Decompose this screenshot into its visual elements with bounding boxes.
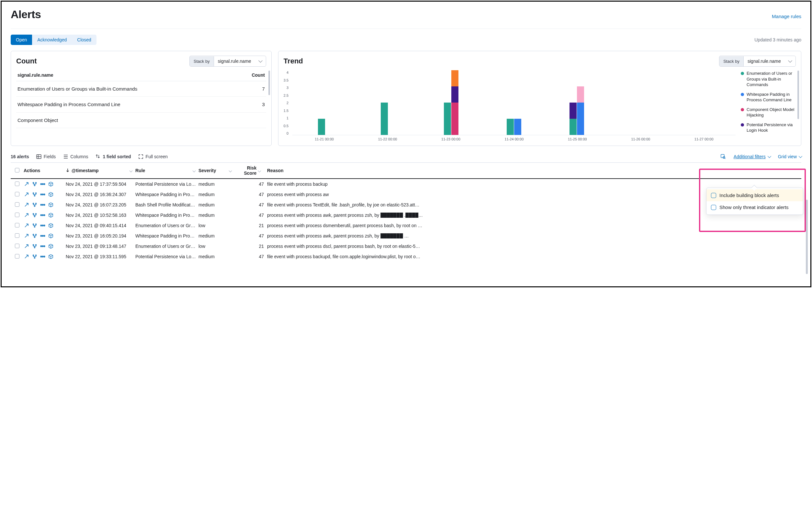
chevron-down-icon[interactable]: [193, 169, 196, 172]
legend-item[interactable]: Enumeration of Users or Groups via Built…: [741, 71, 796, 88]
tab-closed[interactable]: Closed: [72, 35, 97, 45]
analyzer-icon[interactable]: [32, 202, 37, 208]
popover-option-threat-indicator[interactable]: Show only threat indicator alerts: [707, 201, 803, 213]
bar-cluster: [315, 119, 335, 135]
count-panel: Count Stack by signal.rule.name signal.r…: [11, 51, 272, 146]
cube-icon[interactable]: [48, 192, 54, 197]
row-checkbox[interactable]: [15, 223, 19, 227]
checkbox-icon[interactable]: [711, 193, 716, 198]
bar-segment: [451, 70, 459, 86]
cube-icon[interactable]: [48, 212, 54, 218]
cell-severity: medium: [199, 254, 235, 259]
cell-severity: low: [199, 223, 235, 228]
y-tick: 4: [287, 71, 289, 74]
more-icon[interactable]: [40, 212, 45, 218]
more-icon[interactable]: [40, 233, 45, 239]
trend-stack-by-select[interactable]: Stack by signal.rule.name: [719, 56, 796, 67]
analyzer-icon[interactable]: [32, 192, 37, 197]
chevron-down-icon[interactable]: [229, 169, 232, 172]
analyzer-icon[interactable]: [32, 244, 37, 249]
popover-option-building-block[interactable]: Include building block alerts: [707, 189, 803, 201]
analyzer-icon[interactable]: [32, 223, 37, 229]
manage-rules-link[interactable]: Manage rules: [772, 14, 801, 19]
analyzer-icon[interactable]: [32, 254, 37, 260]
legend-item[interactable]: Whitespace Padding in Process Command Li…: [741, 91, 796, 103]
y-tick: 1: [287, 116, 289, 120]
select-all-checkbox[interactable]: [15, 168, 19, 173]
svg-point-35: [34, 237, 35, 238]
legend-scrollbar[interactable]: [797, 71, 799, 119]
cube-icon[interactable]: [48, 233, 54, 239]
expand-icon[interactable]: [24, 202, 29, 208]
count-scrollbar[interactable]: [269, 71, 270, 95]
col-timestamp[interactable]: @timestamp: [72, 168, 99, 173]
row-checkbox[interactable]: [15, 244, 19, 248]
fields-button[interactable]: Fields: [36, 154, 56, 159]
count-col-count-header[interactable]: Count: [251, 73, 264, 78]
expand-icon[interactable]: [24, 212, 29, 218]
col-rule[interactable]: Rule: [135, 168, 145, 173]
expand-icon[interactable]: [24, 244, 29, 249]
analyzer-icon[interactable]: [32, 212, 37, 218]
row-checkbox[interactable]: [15, 254, 19, 259]
row-checkbox[interactable]: [15, 233, 19, 238]
cube-icon[interactable]: [48, 202, 54, 208]
expand-icon[interactable]: [24, 233, 29, 239]
additional-filters-button[interactable]: Additional filters: [734, 154, 770, 159]
chevron-down-icon[interactable]: [258, 169, 261, 172]
svg-point-28: [35, 224, 36, 225]
table-row: Nov 23, 2021 @ 16:05:20.194 Whitespace P…: [11, 231, 801, 241]
more-icon[interactable]: [40, 254, 45, 260]
count-stack-by-select[interactable]: Stack by signal.rule.name: [189, 56, 266, 67]
col-severity[interactable]: Severity: [199, 168, 216, 173]
fullscreen-button[interactable]: Full screen: [138, 154, 168, 159]
more-icon[interactable]: [40, 202, 45, 208]
cube-icon[interactable]: [48, 223, 54, 229]
col-reason[interactable]: Reason: [267, 168, 284, 173]
row-checkbox[interactable]: [15, 181, 19, 186]
cube-icon[interactable]: [48, 254, 54, 260]
tab-acknowledged[interactable]: Acknowledged: [32, 35, 72, 45]
row-checkbox[interactable]: [15, 192, 19, 196]
bar-cluster: [504, 119, 524, 135]
expand-icon[interactable]: [24, 254, 29, 260]
chevron-down-icon[interactable]: [130, 169, 133, 172]
cube-icon[interactable]: [48, 181, 54, 187]
more-icon[interactable]: [40, 244, 45, 249]
inspect-icon[interactable]: [720, 154, 726, 159]
expand-icon[interactable]: [24, 192, 29, 197]
bar-segment: [577, 103, 584, 135]
expand-icon[interactable]: [24, 223, 29, 229]
cube-icon[interactable]: [48, 244, 54, 249]
row-actions: [24, 212, 66, 218]
cell-reason: file event with process backup: [267, 181, 801, 187]
grid-scrollbar[interactable]: [806, 200, 808, 274]
count-stack-by-value: signal.rule.name: [214, 56, 266, 66]
legend-item[interactable]: Potential Persistence via Login Hook: [741, 122, 796, 133]
row-checkbox[interactable]: [15, 212, 19, 217]
analyzer-icon[interactable]: [32, 233, 37, 239]
grid-view-button[interactable]: Grid view: [778, 154, 801, 159]
x-tick: 11-27 00:00: [695, 137, 714, 141]
checkbox-icon[interactable]: [711, 205, 716, 210]
sorted-button[interactable]: 1 field sorted: [95, 154, 131, 159]
more-icon[interactable]: [40, 223, 45, 229]
svg-point-45: [33, 255, 34, 256]
y-tick: 2.5: [284, 93, 289, 98]
legend-item[interactable]: Component Object Model Hijacking: [741, 107, 796, 118]
count-col-name-header[interactable]: signal.rule.name: [17, 73, 53, 78]
col-risk[interactable]: Risk Score: [235, 165, 257, 176]
count-row[interactable]: Enumeration of Users or Groups via Built…: [16, 81, 266, 97]
count-row[interactable]: Whitespace Padding in Process Command Li…: [16, 97, 266, 112]
tab-open[interactable]: Open: [11, 35, 32, 45]
count-row[interactable]: Component Object: [16, 113, 266, 128]
expand-icon[interactable]: [24, 181, 29, 187]
row-checkbox[interactable]: [15, 202, 19, 207]
more-icon[interactable]: [40, 181, 45, 187]
updated-text: Updated 3 minutes ago: [754, 37, 801, 42]
columns-button[interactable]: Columns: [63, 154, 88, 159]
x-tick: 11-25 00:00: [568, 137, 587, 141]
more-icon[interactable]: [40, 192, 45, 197]
analyzer-icon[interactable]: [32, 181, 37, 187]
svg-point-5: [34, 185, 35, 186]
